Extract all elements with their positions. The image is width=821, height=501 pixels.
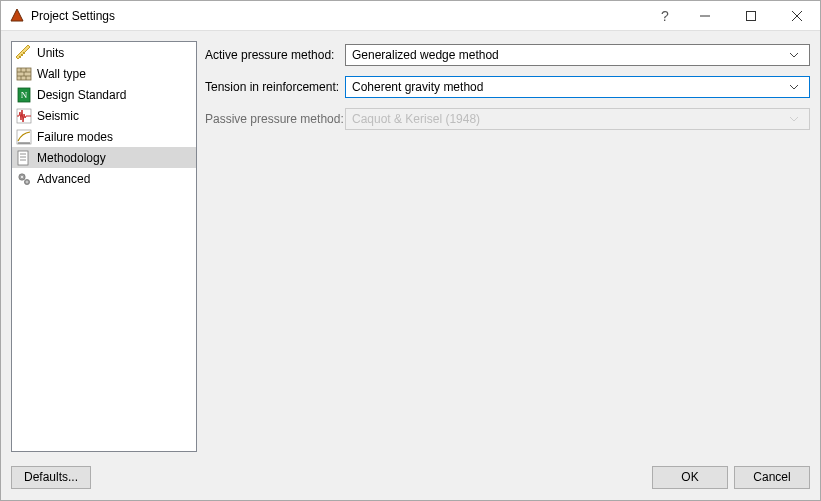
sidebar-item-units[interactable]: Units bbox=[12, 42, 196, 63]
sidebar-item-methodology[interactable]: Methodology bbox=[12, 147, 196, 168]
row-tension: Tension in reinforcement: Coherent gravi… bbox=[205, 75, 810, 99]
methodology-panel: Active pressure method: Generalized wedg… bbox=[205, 41, 810, 452]
close-icon bbox=[792, 11, 802, 21]
cancel-button[interactable]: Cancel bbox=[734, 466, 810, 489]
svg-point-26 bbox=[21, 176, 23, 178]
standard-icon: N bbox=[16, 87, 32, 103]
button-label: Cancel bbox=[753, 470, 790, 484]
combo-value: Generalized wedge method bbox=[352, 48, 789, 62]
minimize-button[interactable] bbox=[682, 1, 728, 31]
svg-point-28 bbox=[26, 181, 28, 183]
sidebar-item-label: Wall type bbox=[37, 67, 86, 81]
sidebar-item-failure-modes[interactable]: Failure modes bbox=[12, 126, 196, 147]
combo-value: Caquot & Kerisel (1948) bbox=[352, 112, 789, 126]
app-icon bbox=[9, 8, 25, 24]
ok-button[interactable]: OK bbox=[652, 466, 728, 489]
maximize-icon bbox=[746, 11, 756, 21]
label-passive-pressure: Passive pressure method: bbox=[205, 112, 345, 126]
help-button[interactable]: ? bbox=[648, 1, 682, 31]
svg-text:N: N bbox=[21, 90, 28, 100]
help-icon: ? bbox=[661, 8, 669, 24]
chevron-down-icon bbox=[789, 84, 805, 90]
chevron-down-icon bbox=[789, 52, 805, 58]
sidebar-item-label: Advanced bbox=[37, 172, 90, 186]
defaults-button[interactable]: Defaults... bbox=[11, 466, 91, 489]
button-label: OK bbox=[681, 470, 698, 484]
label-active-pressure: Active pressure method: bbox=[205, 48, 345, 62]
combo-active-pressure[interactable]: Generalized wedge method bbox=[345, 44, 810, 66]
dialog-footer: Defaults... OK Cancel bbox=[1, 462, 820, 500]
sidebar-item-wall-type[interactable]: Wall type bbox=[12, 63, 196, 84]
titlebar: Project Settings ? bbox=[1, 1, 820, 31]
failure-icon bbox=[16, 129, 32, 145]
combo-value: Coherent gravity method bbox=[352, 80, 789, 94]
seismic-icon bbox=[16, 108, 32, 124]
sidebar-item-design-standard[interactable]: N Design Standard bbox=[12, 84, 196, 105]
button-label: Defaults... bbox=[24, 470, 78, 484]
project-settings-window: Project Settings ? Units bbox=[0, 0, 821, 501]
sidebar-item-advanced[interactable]: Advanced bbox=[12, 168, 196, 189]
sidebar-item-label: Design Standard bbox=[37, 88, 126, 102]
sidebar-item-label: Methodology bbox=[37, 151, 106, 165]
maximize-button[interactable] bbox=[728, 1, 774, 31]
wall-icon bbox=[16, 66, 32, 82]
minimize-icon bbox=[700, 11, 710, 21]
svg-rect-21 bbox=[18, 151, 28, 165]
combo-tension[interactable]: Coherent gravity method bbox=[345, 76, 810, 98]
gears-icon bbox=[16, 171, 32, 187]
sidebar-item-label: Failure modes bbox=[37, 130, 113, 144]
window-title: Project Settings bbox=[31, 9, 115, 23]
dialog-body: Units Wall type N Design Standard Seismi… bbox=[1, 31, 820, 462]
method-icon bbox=[16, 150, 32, 166]
chevron-down-icon bbox=[789, 116, 805, 122]
close-button[interactable] bbox=[774, 1, 820, 31]
sidebar-item-label: Seismic bbox=[37, 109, 79, 123]
category-sidebar: Units Wall type N Design Standard Seismi… bbox=[11, 41, 197, 452]
sidebar-item-seismic[interactable]: Seismic bbox=[12, 105, 196, 126]
row-passive-pressure: Passive pressure method: Caquot & Kerise… bbox=[205, 107, 810, 131]
label-tension: Tension in reinforcement: bbox=[205, 80, 345, 94]
sidebar-item-label: Units bbox=[37, 46, 64, 60]
svg-rect-1 bbox=[747, 11, 756, 20]
row-active-pressure: Active pressure method: Generalized wedg… bbox=[205, 43, 810, 67]
ruler-icon bbox=[16, 45, 32, 61]
combo-passive-pressure: Caquot & Kerisel (1948) bbox=[345, 108, 810, 130]
